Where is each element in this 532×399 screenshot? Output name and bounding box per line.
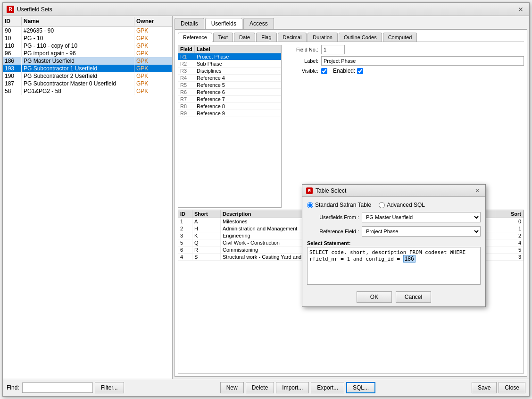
left-row[interactable]: 58 PG1&PG2 - 58 GPK	[3, 87, 172, 95]
sub-tab-duration[interactable]: Duration	[308, 33, 338, 42]
ref-list-row[interactable]: R9 Reference 9	[178, 110, 281, 117]
label-input[interactable]	[321, 56, 524, 66]
ref-cell-label: Reference 6	[195, 89, 281, 95]
tab-access[interactable]: Access	[243, 18, 274, 29]
left-row[interactable]: 190 PG Subcontractor 2 Userfield GPK	[3, 72, 172, 80]
visible-row: Visible: Enabled:	[285, 68, 524, 74]
sub-tab-computed[interactable]: Computed	[383, 33, 417, 42]
radio-advanced-input[interactable]	[379, 202, 385, 208]
radio-advanced[interactable]: Advanced SQL	[379, 202, 425, 208]
bt-cell-id: 5	[178, 239, 192, 246]
bt-cell-short: H	[192, 225, 221, 232]
ref-list-row[interactable]: R2 Sub Phase	[178, 60, 281, 68]
delete-button[interactable]: Delete	[246, 382, 274, 393]
enabled-label: Enabled:	[333, 68, 355, 74]
left-cell-owner: GPK	[134, 42, 172, 50]
ref-list-row[interactable]: R6 Reference 6	[178, 89, 281, 96]
left-table-header: ID Name Owner	[3, 16, 172, 27]
left-row[interactable]: 186 PG Master Userfield GPK	[3, 57, 172, 65]
ref-cell-field: R8	[178, 103, 195, 110]
ref-list-row[interactable]: R5 Reference 5	[178, 82, 281, 89]
left-row[interactable]: 110 PG - 110 - copy of 10 GPK	[3, 42, 172, 50]
field-no-input[interactable]	[321, 45, 345, 54]
left-cell-name: PG - 10	[22, 34, 134, 42]
ref-list-row[interactable]: R7 Reference 7	[178, 96, 281, 103]
bt-cell-short: K	[192, 232, 221, 239]
visible-checkbox[interactable]	[321, 68, 327, 74]
highlight-186: 186	[403, 255, 416, 263]
visible-label: Visible:	[285, 68, 318, 74]
bt-cell-id: 3	[178, 232, 192, 239]
import-button[interactable]: Import...	[276, 382, 309, 393]
dialog-close-button[interactable]: ✕	[473, 187, 482, 195]
left-row[interactable]: 96 PG import again - 96 GPK	[3, 50, 172, 57]
ref-list-row[interactable]: R1 Project Phase	[178, 53, 281, 60]
filter-button[interactable]: Filter...	[95, 382, 124, 393]
ref-col-label-header: Label	[195, 45, 281, 53]
find-input[interactable]	[22, 382, 93, 393]
dialog-ok-button[interactable]: OK	[357, 291, 392, 303]
field-no-label: Field No.:	[285, 47, 318, 52]
new-button[interactable]: New	[220, 382, 244, 393]
userfields-from-label: Userfields From :	[307, 214, 359, 220]
ref-list-row[interactable]: R4 Reference 4	[178, 75, 281, 82]
sub-tab-text[interactable]: Text	[213, 33, 233, 42]
label-row: Label:	[285, 56, 524, 66]
sub-tab-date[interactable]: Date	[234, 33, 255, 42]
window-close-button[interactable]: ✕	[516, 5, 525, 14]
ref-list-row[interactable]: R8 Reference 8	[178, 103, 281, 110]
sub-tab-decimal[interactable]: Decimal	[278, 33, 307, 42]
sub-tab-flag[interactable]: Flag	[256, 33, 276, 42]
ref-cell-field: R1	[178, 53, 195, 60]
bt-cell-sort: 2	[495, 232, 524, 239]
title-bar: R Userfield Sets ✕	[3, 3, 529, 16]
ref-cell-field: R9	[178, 110, 195, 117]
close-bottom-button[interactable]: Close	[499, 382, 525, 393]
radio-standard-input[interactable]	[307, 202, 313, 208]
left-cell-owner: GPK	[134, 72, 172, 80]
left-cell-owner: GPK	[134, 27, 172, 34]
left-row[interactable]: 193 PG Subcontractor 1 Userfield GPK	[3, 65, 172, 72]
left-cell-name: PG import again - 96	[22, 50, 134, 57]
enabled-checkbox-item: Enabled:	[333, 68, 363, 74]
ref-list-body: R1 Project Phase R2 Sub Phase R3 Discipl…	[178, 53, 281, 207]
bt-cell-sort: 3	[495, 254, 524, 260]
bt-cell-short: Q	[192, 239, 221, 246]
left-cell-id: 90	[3, 27, 22, 34]
dialog-cancel-button[interactable]: Cancel	[396, 291, 431, 303]
left-cell-id: 96	[3, 50, 22, 57]
ref-list-row[interactable]: R3 Disciplines	[178, 68, 281, 75]
left-row[interactable]: 90 #29635 - 90 GPK	[3, 27, 172, 34]
radio-standard[interactable]: Standard Safran Table	[307, 202, 371, 208]
app-icon: R	[7, 6, 14, 13]
userfields-from-select[interactable]: PG Master Userfield	[362, 212, 481, 222]
dialog-title-text: Table Select	[316, 187, 473, 194]
left-cell-name: #29635 - 90	[22, 27, 134, 34]
export-button[interactable]: Export...	[311, 382, 344, 393]
ref-list-header: Field Label	[178, 45, 281, 53]
bt-cell-id: 2	[178, 225, 192, 232]
tab-userfields[interactable]: Userfields	[205, 18, 242, 29]
col-header-name: Name	[22, 17, 134, 25]
tab-details[interactable]: Details	[175, 18, 204, 29]
left-row[interactable]: 10 PG - 10 GPK	[3, 34, 172, 42]
sub-tab-reference[interactable]: Reference	[178, 33, 212, 42]
reference-field-row: Reference Field : Project Phase	[307, 226, 481, 237]
main-tab-row: Details Userfields Access	[175, 18, 527, 29]
sql-button[interactable]: SQL...	[346, 382, 375, 393]
ref-list: Field Label R1 Project Phase R2 Sub Phas…	[178, 45, 282, 208]
left-cell-owner: GPK	[134, 87, 172, 95]
ref-cell-field: R4	[178, 75, 195, 81]
dialog-icon: R	[306, 187, 313, 194]
field-no-row: Field No.:	[285, 45, 524, 54]
ref-cell-field: R6	[178, 89, 195, 95]
bt-col-short: Short	[192, 210, 221, 218]
ref-col-field-header: Field	[178, 45, 195, 53]
dialog-body: Standard Safran Table Advanced SQL Userf…	[302, 197, 485, 289]
left-row[interactable]: 187 PG Subcontractor Master 0 Userfield …	[3, 80, 172, 87]
save-button[interactable]: Save	[472, 382, 497, 393]
sub-tab-outline-codes[interactable]: Outline Codes	[339, 33, 382, 42]
dialog-title-bar: R Table Select ✕	[302, 185, 485, 197]
enabled-checkbox[interactable]	[357, 68, 363, 74]
reference-field-select[interactable]: Project Phase	[362, 226, 481, 237]
